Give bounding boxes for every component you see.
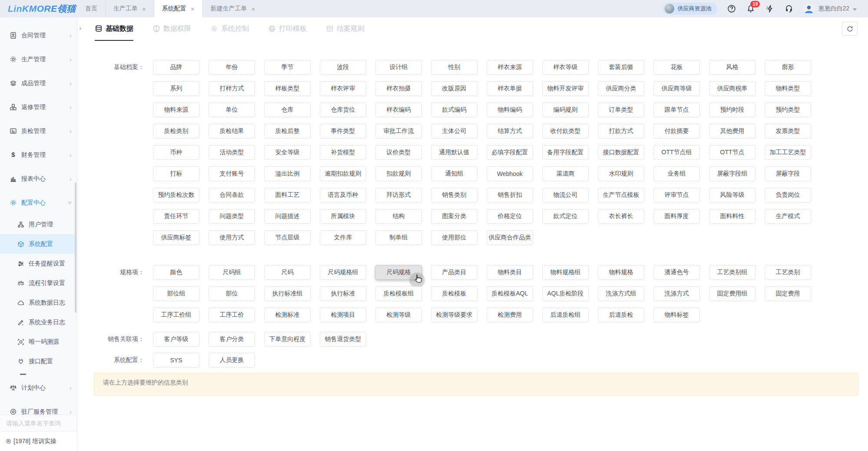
data-type-button-性别[interactable]: 性别 xyxy=(431,60,477,75)
data-type-button-语言及币种[interactable]: 语言及币种 xyxy=(320,188,366,202)
tab-数据权限[interactable]: 数据权限 xyxy=(152,17,191,41)
data-type-button-面料厚度[interactable]: 面料厚度 xyxy=(653,209,700,224)
data-type-button-工序工价组[interactable]: 工序工价组 xyxy=(153,308,199,322)
data-type-button-加工工艺类型[interactable]: 加工工艺类型 xyxy=(765,145,811,160)
data-type-button-业务组[interactable]: 业务组 xyxy=(653,166,700,181)
data-type-button-仓库[interactable]: 仓库 xyxy=(264,103,311,117)
data-type-button-面料料性[interactable]: 面料料性 xyxy=(709,209,755,224)
user-menu[interactable]: 葱葱白白22 xyxy=(803,3,857,14)
data-type-button-物流公司[interactable]: 物流公司 xyxy=(542,188,589,202)
data-type-button-廓形[interactable]: 廓形 xyxy=(765,60,811,75)
data-type-button-渠道商[interactable]: 渠道商 xyxy=(542,166,589,181)
data-type-button-检测项目[interactable]: 检测项目 xyxy=(320,308,366,322)
data-type-button-款式编码[interactable]: 款式编码 xyxy=(431,103,477,117)
data-type-button-洗涤方式组[interactable]: 洗涤方式组 xyxy=(598,286,644,301)
refresh-button[interactable] xyxy=(842,22,858,36)
data-type-button-质检模板组[interactable]: 质检模板组 xyxy=(375,286,422,301)
data-type-button-结构[interactable]: 结构 xyxy=(375,209,422,224)
data-type-button-年份[interactable]: 年份 xyxy=(209,60,255,75)
menu-search-input[interactable] xyxy=(0,420,77,427)
data-type-button-款式定位[interactable]: 款式定位 xyxy=(542,209,589,224)
data-type-button-预约类型[interactable]: 预约类型 xyxy=(765,103,811,117)
data-type-button-打标[interactable]: 打标 xyxy=(153,166,199,181)
data-type-button-预约时段[interactable]: 预约时段 xyxy=(709,103,755,117)
data-type-button-套装后缀[interactable]: 套装后缀 xyxy=(598,60,644,75)
data-type-button-季节[interactable]: 季节 xyxy=(264,60,311,75)
tab-结案规则[interactable]: 结案规则 xyxy=(326,17,364,41)
sidebar-item-返修管理[interactable]: 返修管理› xyxy=(0,95,77,119)
data-type-button-检测等级[interactable]: 检测等级 xyxy=(375,308,422,322)
data-type-button-问题类型[interactable]: 问题类型 xyxy=(209,209,255,224)
app-logo[interactable]: LinKMORE领猫 xyxy=(0,0,77,17)
data-type-button-检测等级要求[interactable]: 检测等级要求 xyxy=(431,308,477,322)
data-type-button-衣长裤长[interactable]: 衣长裤长 xyxy=(598,209,644,224)
sidebar-item-合同管理[interactable]: 合同管理› xyxy=(0,23,77,47)
data-type-button-逾期扣款规则[interactable]: 逾期扣款规则 xyxy=(320,166,366,181)
data-type-button-AQL质检阶段[interactable]: AQL质检阶段 xyxy=(542,286,589,301)
data-type-button-样衣来源[interactable]: 样衣来源 xyxy=(487,60,533,75)
data-type-button-其他费用[interactable]: 其他费用 xyxy=(709,124,755,139)
data-type-button-预约质检次数[interactable]: 预约质检次数 xyxy=(153,188,199,202)
data-type-button-付款摘要[interactable]: 付款摘要 xyxy=(653,124,700,139)
data-type-button-检测费用[interactable]: 检测费用 xyxy=(487,308,533,322)
sidebar-scrollbar[interactable] xyxy=(75,182,76,313)
data-type-button-必填字段配置[interactable]: 必填字段配置 xyxy=(487,145,533,160)
data-type-button-生产模式[interactable]: 生产模式 xyxy=(765,209,811,224)
help-icon[interactable] xyxy=(727,4,736,13)
data-type-button-单位[interactable]: 单位 xyxy=(209,103,255,117)
data-type-button-负责岗位[interactable]: 负责岗位 xyxy=(765,188,811,202)
sidebar-subitem-任务提醒设置[interactable]: 任务提醒设置 xyxy=(0,254,77,273)
data-type-button-工序工价[interactable]: 工序工价 xyxy=(209,308,255,322)
data-type-button-文件库[interactable]: 文件库 xyxy=(320,230,366,245)
data-type-button-物料来源[interactable]: 物料来源 xyxy=(153,103,199,117)
data-type-button-执行标准组[interactable]: 执行标准组 xyxy=(264,286,311,301)
data-type-button-固定费用组[interactable]: 固定费用组 xyxy=(709,286,755,301)
data-type-button-Webhook[interactable]: Webhook xyxy=(487,166,533,181)
data-type-button-质检结果[interactable]: 质检结果 xyxy=(209,124,255,139)
data-type-button-事件类型[interactable]: 事件类型 xyxy=(320,124,366,139)
data-type-button-物料类型[interactable]: 物料类型 xyxy=(765,81,811,96)
data-type-button-质检后整[interactable]: 质检后整 xyxy=(264,124,311,139)
sidebar-item-财务管理[interactable]: $财务管理› xyxy=(0,143,77,167)
supplier-pool-button[interactable]: 供应商资源池 xyxy=(663,3,717,15)
sidebar-item-驻厂服务管理[interactable]: 驻厂服务管理› xyxy=(0,400,77,415)
data-type-button-执行标准[interactable]: 执行标准 xyxy=(320,286,366,301)
data-type-button-洗涤方式[interactable]: 洗涤方式 xyxy=(653,286,700,301)
data-type-button-仓库货位[interactable]: 仓库货位 xyxy=(320,103,366,117)
data-type-button-物料规格组[interactable]: 物料规格组 xyxy=(542,265,589,280)
data-type-button-品牌[interactable]: 品牌 xyxy=(153,60,199,75)
data-type-button-样衣评审[interactable]: 样衣评审 xyxy=(320,81,366,96)
data-type-button-后道质检组[interactable]: 后道质检组 xyxy=(542,308,589,322)
data-type-button-客户等级[interactable]: 客户等级 xyxy=(153,332,199,347)
data-type-button-颜色[interactable]: 颜色 xyxy=(153,265,199,280)
data-type-button-部位[interactable]: 部位 xyxy=(209,286,255,301)
data-type-button-部位组[interactable]: 部位组 xyxy=(153,286,199,301)
data-type-button-生产节点模板[interactable]: 生产节点模板 xyxy=(598,188,644,202)
page-tab-生产工单[interactable]: 生产工单× xyxy=(105,0,154,17)
data-type-button-物料编码[interactable]: 物料编码 xyxy=(487,103,533,117)
data-type-button-面料工艺[interactable]: 面料工艺 xyxy=(264,188,311,202)
sidebar-item-生产管理[interactable]: 生产管理› xyxy=(0,47,77,71)
data-type-button-OTT节点组[interactable]: OTT节点组 xyxy=(653,145,700,160)
page-tab-新建生产工单[interactable]: 新建生产工单× xyxy=(202,0,263,17)
data-type-button-下单意向程度[interactable]: 下单意向程度 xyxy=(264,332,311,347)
data-type-button-溢出比例[interactable]: 溢出比例 xyxy=(264,166,311,181)
data-type-button-跟单节点[interactable]: 跟单节点 xyxy=(653,103,700,117)
tab-基础数据[interactable]: 基础数据 xyxy=(95,17,133,41)
data-type-button-编码规则[interactable]: 编码规则 xyxy=(542,103,589,117)
notification-bell-icon[interactable]: 19 xyxy=(746,4,755,13)
data-type-button-物料规格[interactable]: 物料规格 xyxy=(598,265,644,280)
data-type-button-SYS[interactable]: SYS xyxy=(153,353,199,368)
data-type-button-工艺类别组[interactable]: 工艺类别组 xyxy=(709,265,755,280)
data-type-button-主体公司[interactable]: 主体公司 xyxy=(431,124,477,139)
close-tab-icon[interactable]: × xyxy=(252,6,255,12)
close-tab-icon[interactable]: × xyxy=(191,6,195,12)
sidebar-collapse-toggle[interactable]: › xyxy=(79,24,81,32)
data-type-button-图案分类[interactable]: 图案分类 xyxy=(431,209,477,224)
sidebar-item-质检管理[interactable]: 质检管理› xyxy=(0,119,77,143)
data-type-button-制单组[interactable]: 制单组 xyxy=(375,230,422,245)
data-type-button-供应商分类[interactable]: 供应商分类 xyxy=(598,81,644,96)
data-type-button-供应商标签[interactable]: 供应商标签 xyxy=(153,230,199,245)
sidebar-subitem-用户管理[interactable]: 用户管理 xyxy=(0,215,77,234)
data-type-button-物料标签[interactable]: 物料标签 xyxy=(653,308,700,322)
